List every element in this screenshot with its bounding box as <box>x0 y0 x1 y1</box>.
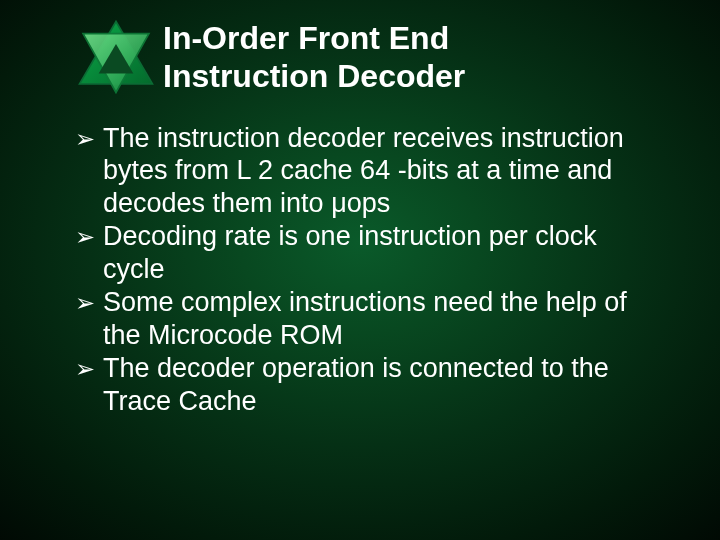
bullet-glyph-icon: ➢ <box>75 352 103 418</box>
list-item: ➢ Decoding rate is one instruction per c… <box>75 220 660 286</box>
bullet-text: Decoding rate is one instruction per clo… <box>103 220 660 286</box>
list-item: ➢ The instruction decoder receives instr… <box>75 122 660 221</box>
bullet-glyph-icon: ➢ <box>75 286 103 352</box>
list-item: ➢ Some complex instructions need the hel… <box>75 286 660 352</box>
bullet-text: The decoder operation is connected to th… <box>103 352 660 418</box>
bullet-text: The instruction decoder receives instruc… <box>103 122 660 221</box>
bullet-glyph-icon: ➢ <box>75 220 103 286</box>
triangle-decor-icon <box>72 18 160 96</box>
title-line-2: Instruction Decoder <box>163 58 660 96</box>
list-item: ➢ The decoder operation is connected to … <box>75 352 660 418</box>
slide-title: In-Order Front End Instruction Decoder <box>163 20 660 96</box>
title-line-1: In-Order Front End <box>163 20 660 58</box>
slide: In-Order Front End Instruction Decoder ➢… <box>0 0 720 540</box>
bullet-glyph-icon: ➢ <box>75 122 103 221</box>
bullet-list: ➢ The instruction decoder receives instr… <box>75 122 660 418</box>
bullet-text: Some complex instructions need the help … <box>103 286 660 352</box>
